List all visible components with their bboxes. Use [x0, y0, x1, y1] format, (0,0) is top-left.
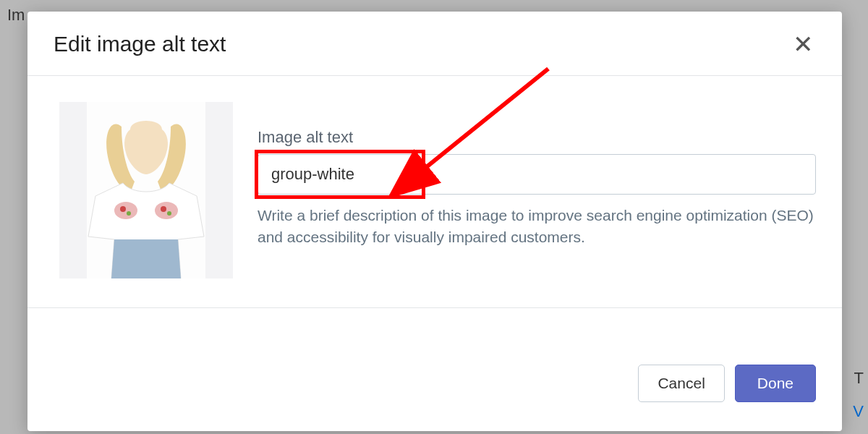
modal-body: Image alt text Write a brief description… [27, 76, 842, 308]
cancel-button[interactable]: Cancel [638, 365, 724, 402]
svg-point-5 [127, 211, 131, 216]
field-area: Image alt text Write a brief description… [258, 102, 816, 278]
alt-text-label: Image alt text [258, 128, 816, 147]
svg-point-7 [167, 211, 171, 216]
svg-point-6 [161, 206, 166, 212]
close-button[interactable]: ✕ [790, 32, 816, 56]
modal-title: Edit image alt text [54, 32, 226, 56]
done-button[interactable]: Done [735, 365, 816, 402]
modal-footer: Cancel Done [27, 308, 842, 431]
modal-header: Edit image alt text ✕ [27, 12, 842, 76]
product-image-icon [59, 102, 233, 278]
input-wrapper [258, 154, 816, 195]
edit-alt-text-modal: Edit image alt text ✕ Im [27, 12, 842, 431]
bg-text: V [853, 402, 864, 421]
close-icon: ✕ [793, 30, 813, 58]
svg-point-3 [155, 202, 178, 219]
bg-text: T [854, 369, 864, 388]
alt-text-input[interactable] [258, 154, 816, 195]
help-text: Write a brief description of this image … [258, 205, 816, 249]
svg-point-4 [120, 206, 126, 212]
bg-text: Im [7, 6, 25, 25]
image-thumbnail [59, 102, 233, 278]
svg-point-2 [114, 202, 137, 219]
